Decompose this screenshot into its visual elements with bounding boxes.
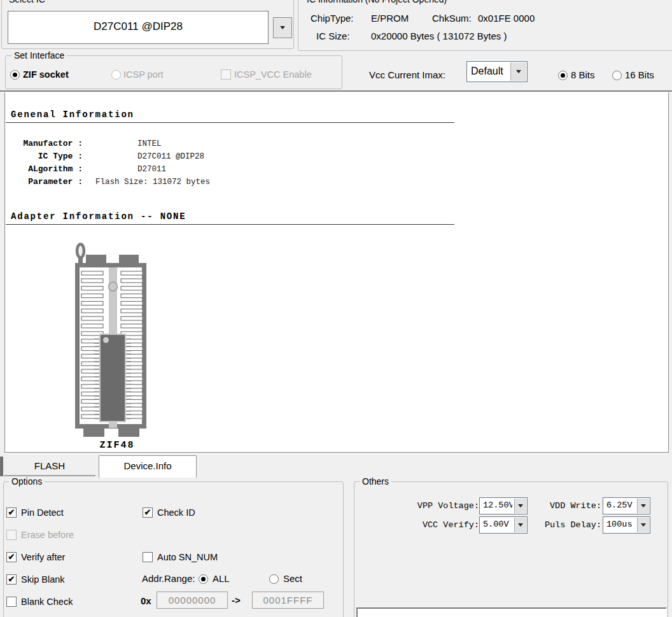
ic-info-group [298, 0, 672, 51]
vcc-verify-value: 5.00V [480, 517, 512, 533]
set-interface-group-title: Set Interface [11, 50, 67, 60]
chevron-down-icon [641, 523, 646, 527]
puls-delay-dropdown-button[interactable] [637, 518, 649, 532]
ic-info-group-title: IC Information (No Project Opened) [304, 0, 449, 4]
socket-lever-icon [77, 245, 84, 258]
vdd-write-label: VDD Write: [512, 501, 601, 511]
bits16-radio[interactable] [612, 71, 622, 80]
verify-after-mark: ✔ [8, 552, 15, 562]
addr-arrow-label: -> [232, 595, 241, 606]
tabstrip-edge [0, 457, 3, 476]
addr-range-label: Addr.Range: [142, 574, 195, 584]
general-information-heading: Genenal Information [11, 110, 134, 120]
puls-delay-combobox[interactable]: 100us [603, 516, 650, 534]
addr-from-input[interactable]: 00000000 [157, 592, 228, 609]
tab-flash[interactable]: FLASH [4, 457, 95, 476]
algorithm-value: D27011 [137, 165, 166, 174]
ic-select-value: D27C011 @DIP28 [94, 20, 183, 32]
auto-sn-num-label[interactable]: Auto SN_NUM [157, 552, 218, 562]
chip-type-value: E/PROM [371, 13, 409, 24]
bits8-radio[interactable] [558, 71, 568, 80]
check-id-checkbox[interactable]: ✔ [143, 507, 153, 518]
others-group-title: Others [360, 476, 391, 486]
blank-check-checkbox[interactable] [6, 597, 17, 607]
zif-socket-radio-label[interactable]: ZIF socket [23, 69, 69, 80]
icsp-port-radio-label: ICSP port [123, 69, 164, 80]
skip-blank-checkbox[interactable]: ✔ [6, 574, 17, 585]
ic-type-value: D27C011 @DIP28 [137, 152, 204, 161]
vdd-write-value: 6.25V [603, 498, 636, 514]
vcc-current-combobox[interactable]: Default [466, 61, 528, 82]
inserted-chip [100, 334, 125, 422]
vdd-write-combobox[interactable]: 6.25V [603, 497, 650, 514]
options-group-title: Options [9, 476, 45, 486]
addr-range-all-label[interactable]: ALL [213, 574, 230, 584]
pin-detect-checkbox[interactable]: ✔ [6, 507, 17, 518]
addr-to-input[interactable]: 0001FFFF [252, 592, 324, 609]
vdd-write-dropdown-button[interactable] [637, 499, 649, 513]
parameter-value: Flash Size: 131072 bytes [95, 178, 210, 187]
chevron-down-icon [280, 26, 285, 29]
tab-device-info[interactable]: Device.Info [99, 455, 197, 478]
bits16-radio-label[interactable]: 16 Bits [625, 70, 654, 80]
erase-before-label: Erase before [21, 530, 74, 540]
check-id-label[interactable]: Check ID [157, 507, 195, 518]
programmer-window: { "select_ic": { "title": "Select IC", "… [0, 0, 672, 617]
icsp-vcc-checkbox-label: ICSP_VCC Enable [234, 69, 312, 80]
zif48-socket-graphic [70, 241, 150, 438]
auto-sn-num-checkbox[interactable] [143, 552, 153, 562]
addr-range-all-radio[interactable] [199, 574, 208, 584]
icsp-vcc-checkbox [221, 69, 231, 80]
pin-detect-label[interactable]: Pin Detect [21, 507, 64, 518]
chksum-label: ChkSum: [432, 13, 472, 24]
chksum-value: 0x01FE 0000 [478, 13, 535, 24]
bits8-radio-label[interactable]: 8 Bits [571, 70, 595, 80]
others-log-box [356, 607, 667, 617]
skip-blank-label[interactable]: Skip Blank [21, 574, 65, 585]
hex-prefix-label: 0x [141, 596, 151, 606]
ic-type-label: IC Type : [21, 152, 83, 161]
ic-size-label: IC Size: [316, 31, 350, 41]
ic-select-dropdown-button[interactable] [273, 17, 292, 38]
check-id-mark: ✔ [144, 507, 151, 517]
general-information-underline [6, 122, 454, 123]
verify-after-label[interactable]: Verify after [21, 552, 65, 562]
manufactor-value: INTEL [137, 139, 162, 148]
chip-pin1-dot [103, 337, 109, 343]
pin-detect-mark: ✔ [8, 507, 15, 517]
vcc-current-dropdown-button[interactable] [510, 62, 526, 81]
erase-before-checkbox [6, 530, 17, 540]
adapter-information-heading: Adapter Information -- NONE [11, 211, 186, 222]
vcc-current-value: Default [467, 62, 512, 82]
select-ic-group-title: Select IC [6, 0, 48, 4]
adapter-information-underline [6, 224, 454, 225]
addr-range-sect-label[interactable]: Sect [283, 574, 302, 584]
vpp-voltage-label: VPP Voltage: [390, 501, 479, 511]
socket-label: ZIF48 [85, 440, 149, 451]
zif-socket-radio[interactable] [10, 70, 20, 80]
blank-check-label[interactable]: Blank Check [21, 597, 73, 607]
algorithm-label: ALgorithm : [21, 164, 83, 174]
ic-size-value: 0x20000 Bytes ( 131072 Bytes ) [371, 31, 507, 41]
icsp-port-radio [111, 70, 121, 80]
chevron-down-icon [516, 70, 521, 73]
addr-range-sect-radio[interactable] [269, 574, 279, 584]
parameter-label: Parameter : [21, 177, 83, 187]
vcc-verify-label: VCC Verify: [390, 520, 479, 530]
skip-blank-mark: ✔ [8, 574, 15, 584]
vcc-current-imax-label: Vcc Current Imax: [353, 70, 445, 80]
verify-after-checkbox[interactable]: ✔ [6, 552, 17, 562]
manufactor-label: Manufactor : [21, 139, 83, 148]
vpp-voltage-value: 12.50V [480, 498, 512, 514]
puls-delay-label: Puls Delay: [512, 520, 601, 530]
puls-delay-value: 100us [603, 517, 636, 533]
chip-type-label: ChipType: [311, 13, 354, 24]
chevron-down-icon [641, 504, 646, 507]
ic-select-combobox[interactable]: D27C011 @DIP28 [8, 11, 269, 44]
